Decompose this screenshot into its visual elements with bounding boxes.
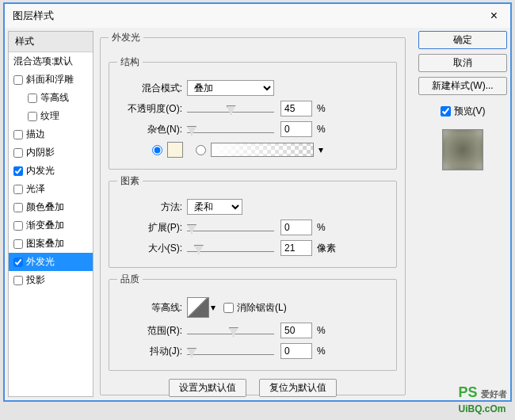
color-radio[interactable] xyxy=(152,145,162,155)
layer-style-dialog: 图层样式 × 样式 混合选项:默认 斜面和浮雕 等高线 纹理 描边 内阴影 内发… xyxy=(3,2,512,402)
checkbox-texture[interactable] xyxy=(28,112,37,121)
noise-input[interactable] xyxy=(280,121,312,137)
blend-mode-select[interactable]: 叠加 xyxy=(187,80,274,96)
preview-checkbox[interactable] xyxy=(441,106,451,116)
sidebar-header: 样式 xyxy=(9,32,93,52)
make-default-button[interactable]: 设置为默认值 xyxy=(169,379,246,397)
technique-select[interactable]: 柔和 xyxy=(187,199,242,215)
checkbox-stroke[interactable] xyxy=(13,130,23,139)
style-item-contour[interactable]: 等高线 xyxy=(9,89,93,107)
checkbox-bevel[interactable] xyxy=(13,75,23,85)
titlebar: 图层样式 × xyxy=(5,4,510,28)
style-item-drop-shadow[interactable]: 投影 xyxy=(9,271,93,289)
checkbox-color-overlay[interactable] xyxy=(13,203,23,212)
color-swatch[interactable] xyxy=(167,142,183,158)
checkbox-inner-glow[interactable] xyxy=(13,166,23,176)
reset-default-button[interactable]: 复位为默认值 xyxy=(259,379,337,397)
jitter-input[interactable] xyxy=(280,343,312,359)
window-title: 图层样式 xyxy=(13,9,486,23)
contour-label: 等高线: xyxy=(117,301,187,315)
jitter-label: 抖动(J): xyxy=(117,345,187,358)
structure-group: 结构 混合模式: 叠加 不透明度(O): % 杂色(N): xyxy=(109,55,397,170)
checkbox-satin[interactable] xyxy=(13,185,23,194)
chevron-down-icon[interactable]: ▾ xyxy=(319,144,323,155)
checkbox-contour[interactable] xyxy=(28,94,37,103)
gradient-radio[interactable] xyxy=(196,145,206,155)
style-item-satin[interactable]: 光泽 xyxy=(9,180,93,198)
checkbox-gradient-overlay[interactable] xyxy=(13,221,23,231)
style-item-inner-glow[interactable]: 内发光 xyxy=(9,162,93,180)
quality-group: 品质 等高线: ▾ 消除锯齿(L) 范围(R): % xyxy=(109,273,397,371)
spread-label: 扩展(P): xyxy=(117,221,187,235)
cancel-button[interactable]: 取消 xyxy=(418,54,507,72)
noise-label: 杂色(N): xyxy=(117,123,187,136)
checkbox-drop-shadow[interactable] xyxy=(13,276,23,285)
range-slider[interactable] xyxy=(187,323,274,338)
panel-title: 外发光 xyxy=(109,31,143,44)
element-group: 图素 方法: 柔和 扩展(P): % 大小(S): xyxy=(109,174,397,268)
style-item-gradient-overlay[interactable]: 渐变叠加 xyxy=(9,216,93,235)
range-input[interactable] xyxy=(280,323,312,338)
new-style-button[interactable]: 新建样式(W)... xyxy=(418,77,507,95)
outer-glow-panel: 外发光 结构 混合模式: 叠加 不透明度(O): % 杂色(N): xyxy=(100,31,406,395)
gradient-swatch[interactable] xyxy=(211,143,314,157)
style-item-outer-glow[interactable]: 外发光 xyxy=(9,253,93,271)
style-item-bevel[interactable]: 斜面和浮雕 xyxy=(9,71,93,89)
range-label: 范围(R): xyxy=(117,324,187,338)
style-item-pattern-overlay[interactable]: 图案叠加 xyxy=(9,235,93,253)
contour-picker[interactable] xyxy=(187,297,209,318)
opacity-slider[interactable] xyxy=(187,101,274,116)
blend-mode-label: 混合模式: xyxy=(117,82,187,95)
size-label: 大小(S): xyxy=(117,242,187,255)
noise-slider[interactable] xyxy=(187,122,274,136)
antialias-label: 消除锯齿(L) xyxy=(237,301,287,315)
spread-slider[interactable] xyxy=(187,220,274,235)
spread-input[interactable] xyxy=(280,220,312,235)
watermark: PS 爱好者 UiBQ.cOm xyxy=(459,384,507,415)
style-item-stroke[interactable]: 描边 xyxy=(9,125,93,143)
style-item-color-overlay[interactable]: 颜色叠加 xyxy=(9,198,93,216)
styles-sidebar: 样式 混合选项:默认 斜面和浮雕 等高线 纹理 描边 内阴影 内发光 光泽 颜色… xyxy=(8,31,93,397)
style-item-texture[interactable]: 纹理 xyxy=(9,107,93,125)
checkbox-pattern-overlay[interactable] xyxy=(13,239,23,249)
preview-label: 预览(V) xyxy=(454,105,486,118)
checkbox-outer-glow[interactable] xyxy=(13,258,23,267)
preview-thumbnail xyxy=(442,129,483,170)
opacity-input[interactable] xyxy=(280,101,312,116)
ok-button[interactable]: 确定 xyxy=(418,31,507,49)
close-icon[interactable]: × xyxy=(486,7,502,25)
antialias-checkbox[interactable] xyxy=(223,303,234,313)
opacity-label: 不透明度(O): xyxy=(117,102,187,116)
action-column: 确定 取消 新建样式(W)... 预览(V) xyxy=(412,31,507,397)
style-item-inner-shadow[interactable]: 内阴影 xyxy=(9,143,93,162)
technique-label: 方法: xyxy=(117,200,187,214)
checkbox-inner-shadow[interactable] xyxy=(13,148,23,158)
jitter-slider[interactable] xyxy=(187,344,274,358)
size-slider[interactable] xyxy=(187,241,274,255)
chevron-down-icon[interactable]: ▾ xyxy=(211,302,216,313)
size-input[interactable] xyxy=(280,240,312,256)
blending-options-row[interactable]: 混合选项:默认 xyxy=(9,52,93,71)
